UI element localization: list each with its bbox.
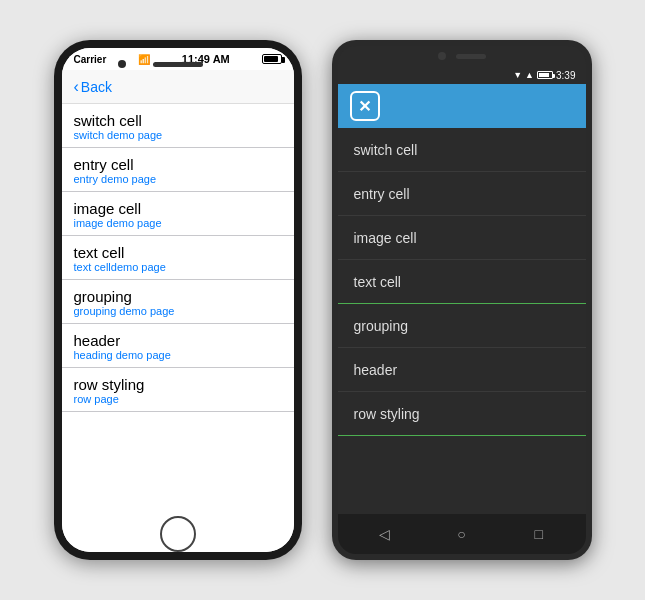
ios-wifi-icon: 📶 <box>138 54 150 65</box>
android-screen: ▼ ▲ 3:39 ✕ switch cell entry cell ima <box>338 46 586 554</box>
ios-item-title: grouping <box>74 288 282 305</box>
ios-item-title: switch cell <box>74 112 282 129</box>
iphone-screen: Carrier 📶 11:49 AM ‹ Back switch cell sw… <box>62 48 294 552</box>
list-item[interactable]: grouping grouping demo page <box>62 280 294 324</box>
ios-item-title: header <box>74 332 282 349</box>
list-item[interactable]: switch cell <box>338 128 586 172</box>
ios-back-button[interactable]: ‹ Back <box>74 79 112 95</box>
android-speaker <box>456 54 486 59</box>
android-signal-icon: ▲ <box>525 70 534 80</box>
android-camera-icon <box>438 52 446 60</box>
android-battery-icon <box>537 71 553 79</box>
ios-carrier: Carrier <box>74 54 107 65</box>
android-item-title: switch cell <box>354 142 418 158</box>
ios-item-subtitle: switch demo page <box>74 129 282 141</box>
ios-nav-bar: ‹ Back <box>62 70 294 104</box>
android-status-icons: ▼ ▲ 3:39 <box>513 70 575 81</box>
android-app-logo: ✕ <box>358 97 371 116</box>
android-item-title: grouping <box>354 318 409 334</box>
ios-item-title: entry cell <box>74 156 282 173</box>
ios-item-subtitle: entry demo page <box>74 173 282 185</box>
list-item[interactable]: row styling row page <box>62 368 294 412</box>
android-app-icon: ✕ <box>350 91 380 121</box>
iphone-device: Carrier 📶 11:49 AM ‹ Back switch cell sw… <box>54 40 302 560</box>
android-home-button[interactable]: ○ <box>449 526 473 542</box>
android-item-title: text cell <box>354 274 401 290</box>
list-item[interactable]: entry cell entry demo page <box>62 148 294 192</box>
list-item[interactable]: header heading demo page <box>62 324 294 368</box>
android-item-title: header <box>354 362 398 378</box>
list-item[interactable]: image cell image demo page <box>62 192 294 236</box>
ios-item-title: text cell <box>74 244 282 261</box>
android-status-bar: ▼ ▲ 3:39 <box>338 66 586 84</box>
list-item[interactable]: header <box>338 348 586 392</box>
android-item-title: entry cell <box>354 186 410 202</box>
ios-back-arrow-icon: ‹ <box>74 79 79 95</box>
list-item[interactable]: entry cell <box>338 172 586 216</box>
list-item[interactable]: text cell <box>338 260 586 304</box>
list-item[interactable]: image cell <box>338 216 586 260</box>
android-time: 3:39 <box>556 70 575 81</box>
android-item-title: image cell <box>354 230 417 246</box>
ios-list: switch cell switch demo page entry cell … <box>62 104 294 552</box>
ios-item-subtitle: row page <box>74 393 282 405</box>
android-wifi-icon: ▼ <box>513 70 522 80</box>
ios-item-title: image cell <box>74 200 282 217</box>
iphone-speaker <box>153 62 203 67</box>
list-item[interactable]: grouping <box>338 304 586 348</box>
android-recents-button[interactable]: □ <box>527 526 551 542</box>
ios-item-subtitle: text celldemo page <box>74 261 282 273</box>
list-item[interactable]: switch cell switch demo page <box>62 104 294 148</box>
android-nav-bar: ◁ ○ □ <box>338 514 586 554</box>
ios-back-label: Back <box>81 79 112 95</box>
android-device: ▼ ▲ 3:39 ✕ switch cell entry cell ima <box>332 40 592 560</box>
ios-item-title: row styling <box>74 376 282 393</box>
android-item-title: row styling <box>354 406 420 422</box>
ios-item-subtitle: heading demo page <box>74 349 282 361</box>
android-back-button[interactable]: ◁ <box>372 526 396 542</box>
android-app-header: ✕ <box>338 84 586 128</box>
list-item[interactable]: text cell text celldemo page <box>62 236 294 280</box>
iphone-camera <box>118 60 126 68</box>
ios-battery-icon <box>262 54 282 64</box>
android-camera-area <box>338 46 586 66</box>
ios-item-subtitle: image demo page <box>74 217 282 229</box>
iphone-home-button[interactable] <box>160 516 196 552</box>
ios-item-subtitle: grouping demo page <box>74 305 282 317</box>
android-list: switch cell entry cell image cell text c… <box>338 128 586 514</box>
list-item[interactable]: row styling <box>338 392 586 436</box>
